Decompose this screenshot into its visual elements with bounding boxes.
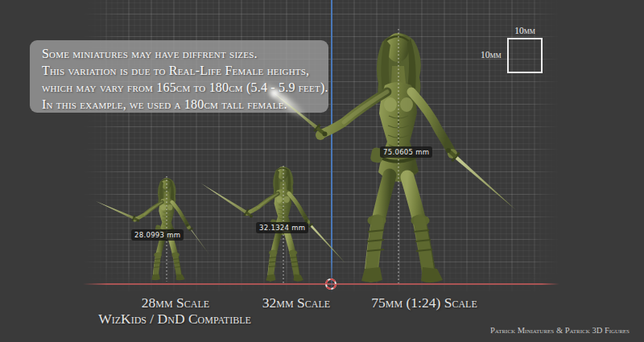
measurement-label-75mm: 75.0605 mm — [380, 146, 432, 158]
x-axis-line — [83, 283, 559, 285]
reference-square-top-label: 10mm — [506, 26, 544, 35]
info-line-1: Some miniatures may have diffrent sizes. — [42, 45, 320, 62]
reference-square-10mm — [507, 38, 543, 73]
3d-cursor — [325, 278, 336, 290]
caption-75mm-scale: 75mm (1:24) Scale — [371, 295, 477, 311]
measurement-label-32mm: 32.1324 mm — [256, 222, 308, 233]
info-note-box: Some miniatures may have diffrent sizes.… — [30, 40, 328, 113]
caption-32mm-scale: 32mm Scale — [262, 295, 330, 311]
info-line-3: which may vary from 165cm to 180cm (5.4 … — [42, 79, 320, 96]
z-axis-line — [331, 0, 332, 294]
reference-square-side-label: 10mm — [481, 50, 502, 60]
info-line-4: In this example, we used a 180cm tall fe… — [42, 96, 320, 113]
info-line-2: This variation is due to Real-Life Femal… — [42, 62, 320, 79]
caption-28mm-scale: 28mm Scale — [142, 295, 209, 311]
viewport-3d[interactable]: Some miniatures may have diffrent sizes.… — [0, 0, 644, 342]
caption-28mm-compatibility: WizKids / DnD Compatible — [98, 311, 251, 328]
measurement-label-28mm: 28.0993 mm — [131, 229, 184, 241]
brand-credit: Patrick Miniatures & Patrick 3D Figures — [490, 326, 630, 335]
